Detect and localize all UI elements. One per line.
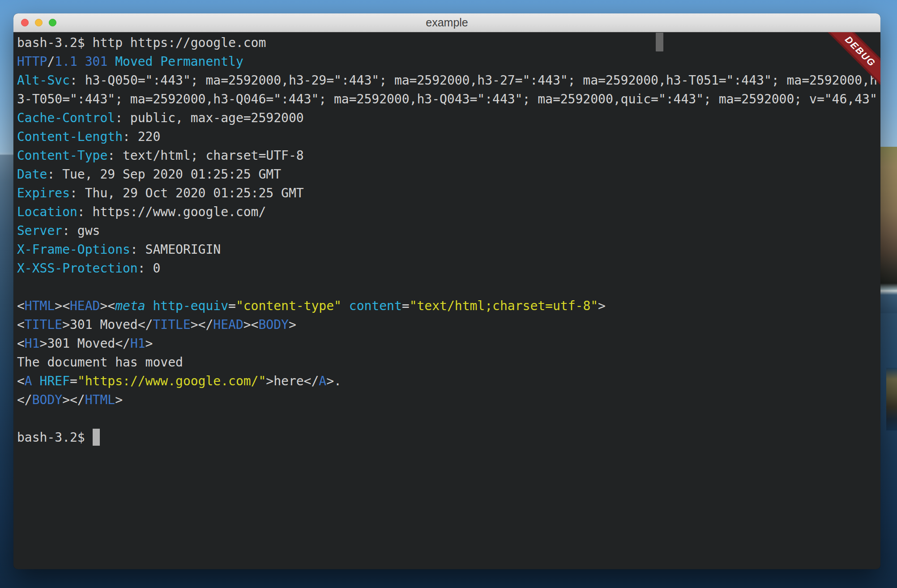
minimize-button[interactable] [35,19,43,26]
window-titlebar[interactable]: example [13,13,880,32]
terminal-text-segment: : gws [62,223,100,238]
terminal-text-segment: HTML [25,298,55,313]
terminal-text-segment: Date [17,167,47,182]
terminal-text-segment: : https://www.google.com/ [77,205,266,219]
terminal-text-segment [342,298,349,313]
terminal-text-segment [32,374,40,388]
terminal-text-segment: ></ [191,317,214,332]
terminal-line: Content-Type: text/html; charset=UTF-8 [17,146,880,165]
terminal-text-segment: Content-Type [17,148,107,163]
terminal-text-segment: Cache-Control [17,111,115,125]
terminal-text-segment: : Tue, 29 Sep 2020 01:25:25 GMT [47,167,281,182]
terminal-text-segment: The document has moved [17,355,183,370]
terminal-line [17,409,880,428]
terminal-text-segment: bash-3.2$ http https://google.com [17,35,266,50]
terminal-line: 3-T050=":443"; ma=2592000,h3-Q046=":443"… [17,90,880,109]
terminal-line: <HTML><HEAD><meta http-equiv="content-ty… [17,297,880,315]
terminal-text-segment: 301 [85,54,108,69]
terminal-text-segment: HREF [40,374,70,388]
terminal-text-segment: >301 Moved</ [40,336,130,351]
terminal-line: </BODY></HTML> [17,391,880,409]
terminal-text-segment: 3-T050=":443"; ma=2592000,h3-Q046=":443"… [17,92,877,107]
close-button[interactable] [21,19,29,26]
terminal-line [17,278,880,297]
terminal-text-segment: > [115,392,123,407]
terminal-line: Date: Tue, 29 Sep 2020 01:25:25 GMT [17,165,880,184]
terminal-text-segment: / [47,54,55,69]
terminal-text-segment: H1 [25,336,40,351]
terminal-text-segment: : public, max-age=2592000 [115,111,303,125]
terminal-text-segment: X-Frame-Options [17,242,130,257]
terminal-text-segment: http-equiv [153,298,228,313]
terminal-text-segment: HTTP [17,54,47,69]
terminal-line: X-XSS-Protection: 0 [17,259,880,278]
terminal-text-segment: = [228,298,236,313]
terminal-body[interactable]: DEBUG bash-3.2$ http https://google.comH… [13,32,880,569]
terminal-line: Content-Length: 220 [17,128,880,146]
terminal-text-segment: ></ [62,392,85,407]
terminal-text-segment: : text/html; charset=UTF-8 [107,148,303,163]
terminal-text-segment: HEAD [70,298,100,313]
terminal-text-segment: TITLE [153,317,190,332]
terminal-line: Cache-Control: public, max-age=2592000 [17,109,880,128]
terminal-line: X-Frame-Options: SAMEORIGIN [17,240,880,259]
terminal-window: example DEBUG bash-3.2$ http https://goo… [13,13,880,569]
terminal-text-segment: < [17,336,25,351]
terminal-line: <A HREF="https://www.google.com/">here</… [17,372,880,391]
terminal-text-segment: : 0 [138,261,161,276]
terminal-text-segment: > [598,298,606,313]
traffic-lights [21,13,56,32]
terminal-text-segment: > [145,336,153,351]
terminal-output: bash-3.2$ http https://google.comHTTP/1.… [17,34,880,447]
terminal-text-segment: < [17,374,25,388]
terminal-text-segment: Content-Length [17,129,123,144]
terminal-text-segment: Location [17,205,77,219]
terminal-text-segment [77,54,85,69]
terminal-line: <H1>301 Moved</H1> [17,334,880,353]
terminal-text-segment: >< [100,298,115,313]
terminal-text-segment: = [402,298,410,313]
zoom-button[interactable] [49,19,56,26]
terminal-text-segment: meta [115,298,145,313]
terminal-text-segment: = [70,374,77,388]
terminal-text-segment: >< [55,298,70,313]
terminal-text-segment: HEAD [213,317,243,332]
terminal-text-segment: </ [17,392,32,407]
terminal-text-segment: "content-type" [236,298,342,313]
terminal-text-segment: BODY [258,317,288,332]
terminal-line: Alt-Svc: h3-Q050=":443"; ma=2592000,h3-2… [17,71,880,90]
window-title: example [426,16,468,29]
terminal-text-segment: Alt-Svc [17,73,70,88]
terminal-line: bash-3.2$ [17,428,880,447]
terminal-text-segment: TITLE [25,317,62,332]
terminal-text-segment: X-XSS-Protection [17,261,138,276]
terminal-text-segment: > [289,317,296,332]
terminal-cursor [93,429,100,446]
terminal-text-segment: >301 Moved</ [62,317,153,332]
terminal-text-segment: H1 [130,336,145,351]
terminal-text-segment: : SAMEORIGIN [130,242,221,257]
terminal-line: HTTP/1.1 301 Moved Permanently [17,52,880,71]
terminal-text-segment: A [25,374,32,388]
terminal-text-segment: BODY [32,392,62,407]
terminal-line: Expires: Thu, 29 Oct 2020 01:25:25 GMT [17,184,880,203]
terminal-text-segment: : h3-Q050=":443"; ma=2592000,h3-29=":443… [70,73,877,88]
wallpaper-rock-outcrop [886,368,897,430]
terminal-text-segment: HTML [85,392,115,407]
terminal-text-segment: >here</ [266,374,319,388]
terminal-text-segment [145,298,153,313]
terminal-text-segment: Expires [17,186,70,200]
terminal-text-segment: : 220 [123,129,160,144]
terminal-text-segment: bash-3.2$ [17,430,93,445]
terminal-text-segment: 1.1 [55,54,77,69]
terminal-line: Location: https://www.google.com/ [17,203,880,222]
terminal-text-segment: >< [243,317,259,332]
terminal-text-segment: >. [326,374,342,388]
scrollbar-thumb[interactable] [656,33,663,51]
terminal-text-segment: Moved Permanently [107,54,243,69]
terminal-text-segment: : Thu, 29 Oct 2020 01:25:25 GMT [70,186,304,200]
terminal-text-segment: A [319,374,326,388]
terminal-line: <TITLE>301 Moved</TITLE></HEAD><BODY> [17,315,880,334]
wallpaper-island-cliff [878,147,897,313]
terminal-text-segment: "text/html;charset=utf-8" [410,298,598,313]
